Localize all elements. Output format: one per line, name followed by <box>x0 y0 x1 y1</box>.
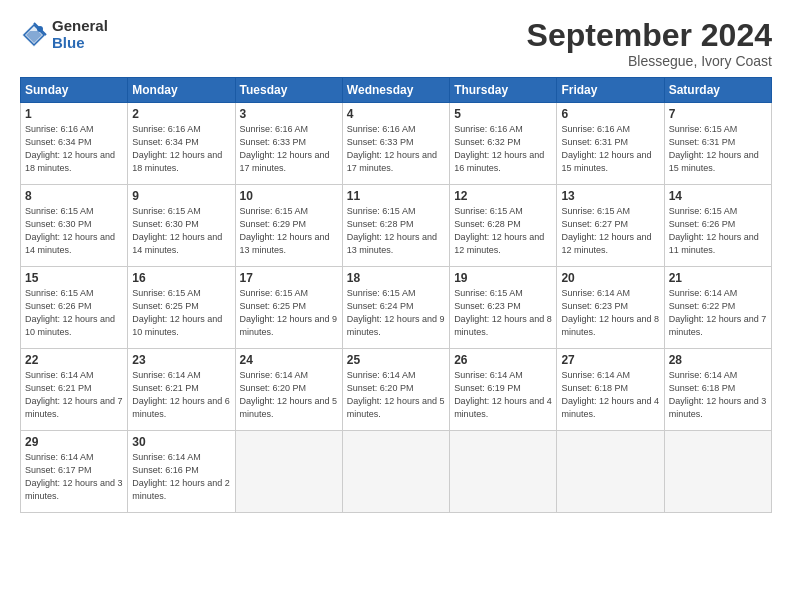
day-info: Sunrise: 6:14 AMSunset: 6:17 PMDaylight:… <box>25 452 123 501</box>
header-saturday: Saturday <box>664 78 771 103</box>
day-number: 27 <box>561 353 659 367</box>
day-number: 5 <box>454 107 552 121</box>
day-number: 22 <box>25 353 123 367</box>
calendar-cell: 2Sunrise: 6:16 AMSunset: 6:34 PMDaylight… <box>128 103 235 185</box>
calendar-cell: 27Sunrise: 6:14 AMSunset: 6:18 PMDayligh… <box>557 349 664 431</box>
day-info: Sunrise: 6:14 AMSunset: 6:18 PMDaylight:… <box>561 370 659 419</box>
day-info: Sunrise: 6:15 AMSunset: 6:25 PMDaylight:… <box>132 288 222 337</box>
day-number: 18 <box>347 271 445 285</box>
calendar-cell: 3Sunrise: 6:16 AMSunset: 6:33 PMDaylight… <box>235 103 342 185</box>
logo-text: General Blue <box>52 18 108 51</box>
header-friday: Friday <box>557 78 664 103</box>
month-title: September 2024 <box>527 18 772 53</box>
day-number: 14 <box>669 189 767 203</box>
calendar-week-row: 22Sunrise: 6:14 AMSunset: 6:21 PMDayligh… <box>21 349 772 431</box>
calendar-week-row: 15Sunrise: 6:15 AMSunset: 6:26 PMDayligh… <box>21 267 772 349</box>
calendar-cell: 21Sunrise: 6:14 AMSunset: 6:22 PMDayligh… <box>664 267 771 349</box>
day-info: Sunrise: 6:15 AMSunset: 6:29 PMDaylight:… <box>240 206 330 255</box>
day-number: 17 <box>240 271 338 285</box>
day-number: 7 <box>669 107 767 121</box>
day-number: 13 <box>561 189 659 203</box>
day-info: Sunrise: 6:15 AMSunset: 6:28 PMDaylight:… <box>347 206 437 255</box>
day-number: 4 <box>347 107 445 121</box>
svg-point-2 <box>37 26 43 32</box>
calendar-cell: 22Sunrise: 6:14 AMSunset: 6:21 PMDayligh… <box>21 349 128 431</box>
day-number: 29 <box>25 435 123 449</box>
calendar-cell <box>557 431 664 513</box>
title-block: September 2024 Blessegue, Ivory Coast <box>527 18 772 69</box>
calendar-cell: 9Sunrise: 6:15 AMSunset: 6:30 PMDaylight… <box>128 185 235 267</box>
calendar-cell: 30Sunrise: 6:14 AMSunset: 6:16 PMDayligh… <box>128 431 235 513</box>
calendar-cell: 12Sunrise: 6:15 AMSunset: 6:28 PMDayligh… <box>450 185 557 267</box>
day-info: Sunrise: 6:14 AMSunset: 6:19 PMDaylight:… <box>454 370 552 419</box>
logo: General Blue <box>20 18 108 51</box>
header-monday: Monday <box>128 78 235 103</box>
day-number: 10 <box>240 189 338 203</box>
day-number: 3 <box>240 107 338 121</box>
calendar-header-row: Sunday Monday Tuesday Wednesday Thursday… <box>21 78 772 103</box>
calendar-cell: 28Sunrise: 6:14 AMSunset: 6:18 PMDayligh… <box>664 349 771 431</box>
day-info: Sunrise: 6:15 AMSunset: 6:30 PMDaylight:… <box>25 206 115 255</box>
day-info: Sunrise: 6:16 AMSunset: 6:32 PMDaylight:… <box>454 124 544 173</box>
day-info: Sunrise: 6:14 AMSunset: 6:20 PMDaylight:… <box>347 370 445 419</box>
header-thursday: Thursday <box>450 78 557 103</box>
day-info: Sunrise: 6:15 AMSunset: 6:31 PMDaylight:… <box>669 124 759 173</box>
calendar-cell: 24Sunrise: 6:14 AMSunset: 6:20 PMDayligh… <box>235 349 342 431</box>
calendar-cell <box>450 431 557 513</box>
calendar-cell: 17Sunrise: 6:15 AMSunset: 6:25 PMDayligh… <box>235 267 342 349</box>
calendar-cell: 4Sunrise: 6:16 AMSunset: 6:33 PMDaylight… <box>342 103 449 185</box>
header-wednesday: Wednesday <box>342 78 449 103</box>
day-number: 21 <box>669 271 767 285</box>
calendar-cell: 15Sunrise: 6:15 AMSunset: 6:26 PMDayligh… <box>21 267 128 349</box>
header-sunday: Sunday <box>21 78 128 103</box>
day-info: Sunrise: 6:14 AMSunset: 6:20 PMDaylight:… <box>240 370 338 419</box>
day-info: Sunrise: 6:16 AMSunset: 6:34 PMDaylight:… <box>132 124 222 173</box>
day-number: 15 <box>25 271 123 285</box>
calendar-cell: 19Sunrise: 6:15 AMSunset: 6:23 PMDayligh… <box>450 267 557 349</box>
logo-general-text: General <box>52 18 108 35</box>
logo-icon <box>20 21 48 49</box>
location-subtitle: Blessegue, Ivory Coast <box>527 53 772 69</box>
calendar-cell: 6Sunrise: 6:16 AMSunset: 6:31 PMDaylight… <box>557 103 664 185</box>
day-number: 16 <box>132 271 230 285</box>
calendar-cell: 1Sunrise: 6:16 AMSunset: 6:34 PMDaylight… <box>21 103 128 185</box>
day-number: 9 <box>132 189 230 203</box>
day-info: Sunrise: 6:14 AMSunset: 6:16 PMDaylight:… <box>132 452 230 501</box>
day-number: 19 <box>454 271 552 285</box>
day-info: Sunrise: 6:15 AMSunset: 6:28 PMDaylight:… <box>454 206 544 255</box>
day-info: Sunrise: 6:14 AMSunset: 6:22 PMDaylight:… <box>669 288 767 337</box>
day-number: 26 <box>454 353 552 367</box>
day-info: Sunrise: 6:15 AMSunset: 6:26 PMDaylight:… <box>669 206 759 255</box>
header-tuesday: Tuesday <box>235 78 342 103</box>
day-number: 1 <box>25 107 123 121</box>
calendar-cell: 26Sunrise: 6:14 AMSunset: 6:19 PMDayligh… <box>450 349 557 431</box>
day-info: Sunrise: 6:15 AMSunset: 6:24 PMDaylight:… <box>347 288 445 337</box>
calendar-cell <box>342 431 449 513</box>
calendar-week-row: 1Sunrise: 6:16 AMSunset: 6:34 PMDaylight… <box>21 103 772 185</box>
logo-blue-text: Blue <box>52 35 108 52</box>
calendar-cell: 11Sunrise: 6:15 AMSunset: 6:28 PMDayligh… <box>342 185 449 267</box>
day-number: 8 <box>25 189 123 203</box>
day-number: 23 <box>132 353 230 367</box>
calendar-cell: 8Sunrise: 6:15 AMSunset: 6:30 PMDaylight… <box>21 185 128 267</box>
calendar-cell: 25Sunrise: 6:14 AMSunset: 6:20 PMDayligh… <box>342 349 449 431</box>
day-info: Sunrise: 6:16 AMSunset: 6:31 PMDaylight:… <box>561 124 651 173</box>
calendar-cell: 18Sunrise: 6:15 AMSunset: 6:24 PMDayligh… <box>342 267 449 349</box>
calendar-cell: 14Sunrise: 6:15 AMSunset: 6:26 PMDayligh… <box>664 185 771 267</box>
calendar-cell: 29Sunrise: 6:14 AMSunset: 6:17 PMDayligh… <box>21 431 128 513</box>
header: General Blue September 2024 Blessegue, I… <box>20 18 772 69</box>
day-info: Sunrise: 6:14 AMSunset: 6:23 PMDaylight:… <box>561 288 659 337</box>
calendar-week-row: 29Sunrise: 6:14 AMSunset: 6:17 PMDayligh… <box>21 431 772 513</box>
day-info: Sunrise: 6:14 AMSunset: 6:21 PMDaylight:… <box>132 370 230 419</box>
day-info: Sunrise: 6:15 AMSunset: 6:26 PMDaylight:… <box>25 288 115 337</box>
day-info: Sunrise: 6:15 AMSunset: 6:23 PMDaylight:… <box>454 288 552 337</box>
page: General Blue September 2024 Blessegue, I… <box>0 0 792 612</box>
calendar-cell <box>235 431 342 513</box>
day-info: Sunrise: 6:14 AMSunset: 6:18 PMDaylight:… <box>669 370 767 419</box>
calendar-cell: 13Sunrise: 6:15 AMSunset: 6:27 PMDayligh… <box>557 185 664 267</box>
day-number: 28 <box>669 353 767 367</box>
day-number: 6 <box>561 107 659 121</box>
calendar-cell: 23Sunrise: 6:14 AMSunset: 6:21 PMDayligh… <box>128 349 235 431</box>
day-number: 12 <box>454 189 552 203</box>
day-number: 20 <box>561 271 659 285</box>
